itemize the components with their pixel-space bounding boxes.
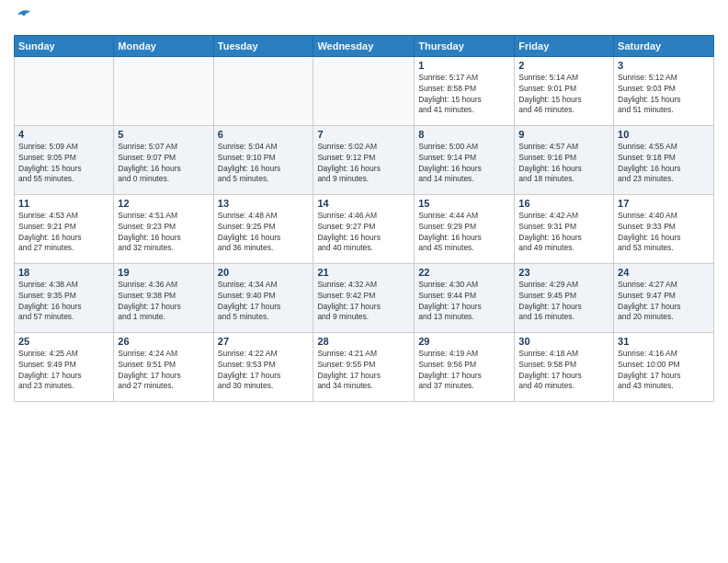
day-info: Sunrise: 4:16 AM Sunset: 10:00 PM Daylig… <box>618 349 710 393</box>
day-cell: 23Sunrise: 4:29 AM Sunset: 9:45 PM Dayli… <box>515 263 614 332</box>
day-cell: 22Sunrise: 4:30 AM Sunset: 9:44 PM Dayli… <box>415 263 515 332</box>
day-cell: 30Sunrise: 4:18 AM Sunset: 9:58 PM Dayli… <box>515 332 614 401</box>
day-cell: 19Sunrise: 4:36 AM Sunset: 9:38 PM Dayli… <box>114 263 213 332</box>
week-row-4: 18Sunrise: 4:38 AM Sunset: 9:35 PM Dayli… <box>15 263 714 332</box>
weekday-thursday: Thursday <box>415 35 515 56</box>
day-number: 1 <box>418 60 510 71</box>
day-cell: 5Sunrise: 5:07 AM Sunset: 9:07 PM Daylig… <box>114 125 213 194</box>
day-number: 14 <box>317 198 410 209</box>
day-info: Sunrise: 4:55 AM Sunset: 9:18 PM Dayligh… <box>618 142 710 186</box>
day-number: 20 <box>218 267 310 278</box>
day-info: Sunrise: 5:02 AM Sunset: 9:12 PM Dayligh… <box>317 142 410 186</box>
day-cell: 24Sunrise: 4:27 AM Sunset: 9:47 PM Dayli… <box>614 263 714 332</box>
day-info: Sunrise: 4:38 AM Sunset: 9:35 PM Dayligh… <box>18 280 109 324</box>
weekday-sunday: Sunday <box>15 35 114 56</box>
day-cell <box>213 56 313 125</box>
day-info: Sunrise: 4:44 AM Sunset: 9:29 PM Dayligh… <box>418 211 510 255</box>
day-number: 23 <box>518 267 609 278</box>
day-number: 18 <box>18 267 109 278</box>
day-number: 28 <box>317 336 410 347</box>
day-info: Sunrise: 4:46 AM Sunset: 9:27 PM Dayligh… <box>317 211 410 255</box>
day-number: 17 <box>618 198 710 209</box>
day-number: 29 <box>418 336 510 347</box>
day-number: 31 <box>618 336 710 347</box>
day-info: Sunrise: 4:27 AM Sunset: 9:47 PM Dayligh… <box>618 280 710 324</box>
week-row-1: 1Sunrise: 5:17 AM Sunset: 8:58 PM Daylig… <box>15 56 714 125</box>
day-cell: 11Sunrise: 4:53 AM Sunset: 9:21 PM Dayli… <box>15 194 114 263</box>
day-info: Sunrise: 4:18 AM Sunset: 9:58 PM Dayligh… <box>518 349 609 393</box>
day-cell <box>15 56 114 125</box>
logo-bird-icon <box>16 6 32 23</box>
day-cell: 9Sunrise: 4:57 AM Sunset: 9:16 PM Daylig… <box>515 125 614 194</box>
day-number: 7 <box>317 129 410 140</box>
day-cell: 27Sunrise: 4:22 AM Sunset: 9:53 PM Dayli… <box>213 332 313 401</box>
day-cell: 4Sunrise: 5:09 AM Sunset: 9:05 PM Daylig… <box>15 125 114 194</box>
day-info: Sunrise: 5:12 AM Sunset: 9:03 PM Dayligh… <box>618 73 710 117</box>
day-cell: 13Sunrise: 4:48 AM Sunset: 9:25 PM Dayli… <box>213 194 313 263</box>
day-cell: 18Sunrise: 4:38 AM Sunset: 9:35 PM Dayli… <box>15 263 114 332</box>
day-cell: 28Sunrise: 4:21 AM Sunset: 9:55 PM Dayli… <box>313 332 415 401</box>
day-info: Sunrise: 4:42 AM Sunset: 9:31 PM Dayligh… <box>518 211 609 255</box>
day-cell: 20Sunrise: 4:34 AM Sunset: 9:40 PM Dayli… <box>213 263 313 332</box>
day-info: Sunrise: 4:36 AM Sunset: 9:38 PM Dayligh… <box>118 280 209 324</box>
day-info: Sunrise: 4:40 AM Sunset: 9:33 PM Dayligh… <box>618 211 710 255</box>
weekday-monday: Monday <box>114 35 213 56</box>
day-number: 22 <box>418 267 510 278</box>
weekday-saturday: Saturday <box>614 35 714 56</box>
day-number: 27 <box>218 336 310 347</box>
day-number: 8 <box>418 129 510 140</box>
calendar-page: SundayMondayTuesdayWednesdayThursdayFrid… <box>0 0 728 563</box>
day-info: Sunrise: 5:17 AM Sunset: 8:58 PM Dayligh… <box>418 73 510 117</box>
day-number: 16 <box>518 198 609 209</box>
day-info: Sunrise: 4:22 AM Sunset: 9:53 PM Dayligh… <box>218 349 310 393</box>
day-cell: 16Sunrise: 4:42 AM Sunset: 9:31 PM Dayli… <box>515 194 614 263</box>
day-number: 26 <box>118 336 209 347</box>
day-info: Sunrise: 5:14 AM Sunset: 9:01 PM Dayligh… <box>518 73 609 117</box>
day-info: Sunrise: 5:00 AM Sunset: 9:14 PM Dayligh… <box>418 142 510 186</box>
day-info: Sunrise: 4:30 AM Sunset: 9:44 PM Dayligh… <box>418 280 510 324</box>
weekday-header-row: SundayMondayTuesdayWednesdayThursdayFrid… <box>15 35 714 56</box>
day-number: 2 <box>518 60 609 71</box>
day-cell <box>313 56 415 125</box>
day-number: 19 <box>118 267 209 278</box>
calendar-table: SundayMondayTuesdayWednesdayThursdayFrid… <box>14 35 714 402</box>
week-row-3: 11Sunrise: 4:53 AM Sunset: 9:21 PM Dayli… <box>15 194 714 263</box>
day-cell: 7Sunrise: 5:02 AM Sunset: 9:12 PM Daylig… <box>313 125 415 194</box>
day-info: Sunrise: 4:29 AM Sunset: 9:45 PM Dayligh… <box>518 280 609 324</box>
day-number: 21 <box>317 267 410 278</box>
day-info: Sunrise: 4:24 AM Sunset: 9:51 PM Dayligh… <box>118 349 209 393</box>
weekday-wednesday: Wednesday <box>313 35 415 56</box>
day-info: Sunrise: 4:25 AM Sunset: 9:49 PM Dayligh… <box>18 349 109 393</box>
day-cell: 10Sunrise: 4:55 AM Sunset: 9:18 PM Dayli… <box>614 125 714 194</box>
day-cell: 2Sunrise: 5:14 AM Sunset: 9:01 PM Daylig… <box>515 56 614 125</box>
page-header <box>14 9 714 28</box>
day-cell: 21Sunrise: 4:32 AM Sunset: 9:42 PM Dayli… <box>313 263 415 332</box>
weekday-friday: Friday <box>515 35 614 56</box>
week-row-5: 25Sunrise: 4:25 AM Sunset: 9:49 PM Dayli… <box>15 332 714 401</box>
day-info: Sunrise: 4:53 AM Sunset: 9:21 PM Dayligh… <box>18 211 109 255</box>
day-cell: 8Sunrise: 5:00 AM Sunset: 9:14 PM Daylig… <box>415 125 515 194</box>
day-info: Sunrise: 5:07 AM Sunset: 9:07 PM Dayligh… <box>118 142 209 186</box>
day-number: 4 <box>18 129 109 140</box>
week-row-2: 4Sunrise: 5:09 AM Sunset: 9:05 PM Daylig… <box>15 125 714 194</box>
day-cell: 3Sunrise: 5:12 AM Sunset: 9:03 PM Daylig… <box>614 56 714 125</box>
day-info: Sunrise: 5:04 AM Sunset: 9:10 PM Dayligh… <box>218 142 310 186</box>
day-cell: 25Sunrise: 4:25 AM Sunset: 9:49 PM Dayli… <box>15 332 114 401</box>
logo-text <box>14 9 32 28</box>
day-info: Sunrise: 4:57 AM Sunset: 9:16 PM Dayligh… <box>518 142 609 186</box>
day-number: 6 <box>218 129 310 140</box>
day-cell: 15Sunrise: 4:44 AM Sunset: 9:29 PM Dayli… <box>415 194 515 263</box>
day-cell: 26Sunrise: 4:24 AM Sunset: 9:51 PM Dayli… <box>114 332 213 401</box>
weekday-tuesday: Tuesday <box>213 35 313 56</box>
day-info: Sunrise: 4:51 AM Sunset: 9:23 PM Dayligh… <box>118 211 209 255</box>
logo <box>14 9 32 28</box>
day-info: Sunrise: 4:48 AM Sunset: 9:25 PM Dayligh… <box>218 211 310 255</box>
day-number: 9 <box>518 129 609 140</box>
day-info: Sunrise: 4:34 AM Sunset: 9:40 PM Dayligh… <box>218 280 310 324</box>
day-number: 5 <box>118 129 209 140</box>
day-number: 12 <box>118 198 209 209</box>
day-info: Sunrise: 4:19 AM Sunset: 9:56 PM Dayligh… <box>418 349 510 393</box>
day-cell: 31Sunrise: 4:16 AM Sunset: 10:00 PM Dayl… <box>614 332 714 401</box>
day-cell: 6Sunrise: 5:04 AM Sunset: 9:10 PM Daylig… <box>213 125 313 194</box>
day-number: 24 <box>618 267 710 278</box>
